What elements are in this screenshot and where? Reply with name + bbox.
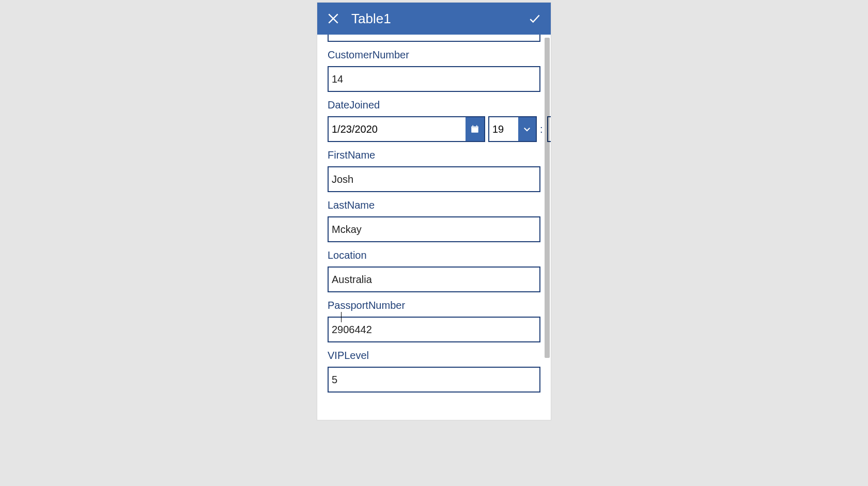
accept-button[interactable] (526, 10, 544, 27)
page-title: Table1 (351, 11, 517, 27)
title-bar: Table1 (317, 3, 551, 35)
last-name-label: LastName (328, 199, 540, 211)
field-truncated-top (328, 35, 540, 42)
svg-rect-1 (471, 127, 478, 128)
scrollbar-thumb[interactable] (545, 38, 550, 358)
checkmark-icon (528, 12, 541, 25)
field-vip-level: VIPLevel (328, 350, 540, 393)
svg-rect-3 (476, 126, 477, 127)
calendar-button[interactable] (466, 117, 484, 141)
vip-level-label: VIPLevel (328, 350, 540, 362)
field-date-joined: DateJoined (328, 99, 540, 142)
close-button[interactable] (324, 10, 342, 27)
field-customer-number: CustomerNumber (328, 49, 540, 92)
calendar-icon (470, 124, 479, 134)
date-picker[interactable] (328, 116, 485, 142)
text-cursor (341, 312, 342, 322)
last-name-input[interactable] (328, 216, 540, 242)
customer-number-label: CustomerNumber (328, 49, 540, 61)
customer-number-input[interactable] (328, 66, 540, 92)
first-name-input[interactable] (328, 166, 540, 192)
truncated-top-input[interactable] (328, 35, 540, 42)
passport-number-label: PassportNumber (328, 300, 540, 311)
first-name-label: FirstName (328, 149, 540, 161)
close-icon (327, 12, 340, 25)
date-time-row: : (328, 116, 540, 142)
date-input[interactable] (329, 117, 466, 141)
field-passport-number: PassportNumber (328, 300, 540, 342)
hour-chevron-button[interactable] (518, 117, 536, 141)
field-location: Location (328, 249, 540, 292)
passport-number-input[interactable] (328, 317, 540, 342)
vip-level-input[interactable] (328, 367, 540, 393)
field-last-name: LastName (328, 199, 540, 242)
hour-dropdown[interactable] (488, 116, 537, 142)
svg-rect-2 (473, 126, 474, 127)
location-input[interactable] (328, 266, 540, 292)
hour-input[interactable] (489, 117, 518, 141)
chevron-down-icon (522, 124, 532, 134)
app-frame: Table1 CustomerNumber DateJoined (317, 3, 551, 420)
field-first-name: FirstName (328, 149, 540, 192)
date-joined-label: DateJoined (328, 99, 540, 111)
vertical-scrollbar[interactable] (544, 35, 551, 420)
location-label: Location (328, 249, 540, 261)
form-scroll-area[interactable]: CustomerNumber DateJoined (317, 35, 551, 420)
form-body: CustomerNumber DateJoined (317, 35, 551, 398)
